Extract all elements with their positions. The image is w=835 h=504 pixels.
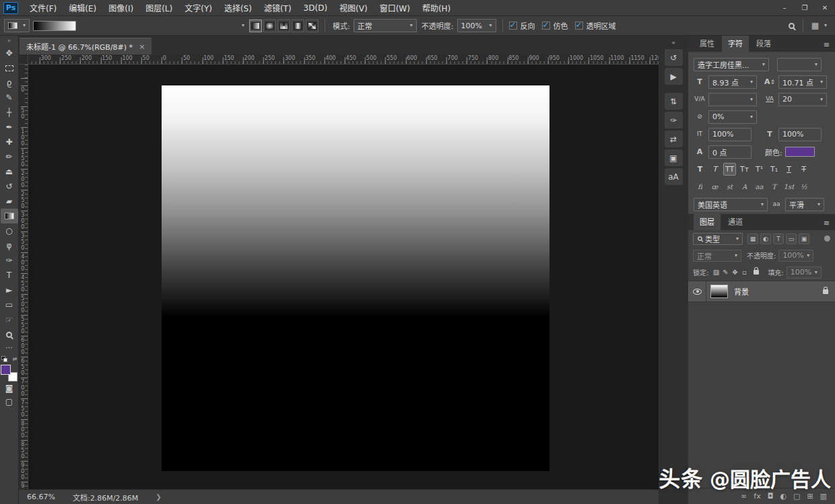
filter-smart-objects-icon[interactable]: ▣ [799, 233, 809, 244]
menu-item-view[interactable]: 视图(V) [333, 0, 374, 15]
faux-italic-button[interactable]: T [708, 163, 721, 176]
discretionary-ligatures-button[interactable]: œ [708, 181, 721, 192]
screen-mode-button[interactable]: ▢ [5, 395, 13, 408]
tab-layers[interactable]: 图层 [694, 213, 721, 230]
filter-adjustment-layers-icon[interactable]: ◐ [760, 233, 771, 244]
dither-checkbox[interactable]: 仿色 [542, 20, 568, 31]
underline-button[interactable]: T [782, 163, 795, 176]
menu-item-select[interactable]: 选择(S) [218, 0, 258, 15]
vertical-ruler[interactable]: 0501001502002503003504004505005506006507… [19, 65, 28, 489]
canvas[interactable] [162, 85, 549, 471]
menu-item-help[interactable]: 帮助(H) [416, 0, 457, 15]
gradient-tool[interactable] [1, 209, 18, 223]
st-ligatures-button[interactable]: st [723, 181, 736, 192]
dodge-tool[interactable]: φ [1, 238, 18, 253]
document-tab[interactable]: 未标题-1 @ 66.7%(RGB/8#) * × [20, 38, 152, 55]
text-color-swatch[interactable] [785, 147, 815, 157]
tab-paragraph[interactable]: 段落 [750, 35, 777, 52]
layer-filter-toggle[interactable] [824, 236, 830, 242]
path-selection-tool[interactable]: ► [1, 283, 18, 297]
history-brush-tool[interactable]: ↺ [1, 179, 18, 194]
zoom-tool[interactable] [1, 327, 18, 342]
quick-selection-tool[interactable]: ✎ [1, 90, 18, 105]
tracking-select[interactable]: 20 ▾ [778, 93, 827, 106]
layer-filter-select[interactable]: 类型 ▾ [693, 233, 743, 245]
proportional-spacing-select[interactable]: 0% ▾ [708, 110, 757, 124]
layer-group-icon[interactable]: ▢ [793, 492, 800, 501]
clone-stamp-tool[interactable]: ⏏ [1, 164, 18, 179]
default-colors-icon[interactable] [1, 356, 7, 362]
transparency-checkbox[interactable]: 透明区域 [575, 20, 616, 31]
lock-artboard-icon[interactable]: ▫ [739, 268, 749, 276]
dock-expand-icon[interactable]: « [671, 38, 675, 47]
baseline-shift-input[interactable]: 0 点 [708, 145, 752, 159]
strikethrough-button[interactable]: T [797, 163, 810, 176]
toolbar-collapse-icon[interactable]: » [7, 36, 11, 46]
standard-ligatures-button[interactable]: fi [694, 181, 706, 192]
glyphs-panel-icon[interactable]: aA [665, 168, 683, 185]
tool-preset-picker[interactable]: ▾ [4, 19, 30, 32]
font-style-select[interactable]: ▾ [777, 58, 822, 71]
lasso-tool[interactable]: ϱ [1, 75, 18, 90]
edit-toolbar-icon[interactable]: ⋯ [5, 342, 13, 353]
tab-channels[interactable]: 通道 [722, 213, 749, 230]
type-tool[interactable]: T [1, 268, 18, 283]
link-layers-icon[interactable]: ∞ [741, 492, 747, 501]
rectangular-marquee-tool[interactable] [1, 61, 18, 75]
font-size-select[interactable]: 8.93 点 ▾ [708, 75, 757, 89]
menu-item-image[interactable]: 图像(I) [102, 0, 139, 15]
minimize-button[interactable]: – [774, 0, 795, 15]
blend-mode-select[interactable]: 正常 ▾ [354, 19, 417, 32]
menu-item-3d[interactable]: 3D(D) [298, 0, 333, 15]
rectangle-tool[interactable]: ▭ [1, 297, 18, 312]
ruler-origin-corner[interactable] [19, 55, 28, 65]
ordinals-button[interactable]: 1st [782, 181, 795, 192]
menu-item-edit[interactable]: 编辑(E) [63, 0, 102, 15]
opacity-select[interactable]: 100% ▾ [457, 19, 496, 32]
anti-alias-select[interactable]: 平滑 ▾ [785, 198, 824, 211]
workspace-switcher-icon[interactable]: ▦ [811, 21, 819, 30]
blur-tool[interactable]: ○ [1, 223, 18, 238]
tab-close-icon[interactable]: × [139, 42, 145, 51]
layer-fill-select[interactable]: 100% ▾ [787, 266, 822, 279]
move-tool[interactable]: ✥ [1, 46, 18, 61]
reflected-gradient-button[interactable] [292, 20, 304, 32]
layer-effects-icon[interactable]: fx [754, 492, 760, 501]
3d-panel-icon[interactable]: ▣ [665, 149, 683, 166]
layer-opacity-select[interactable]: 100% ▾ [778, 250, 813, 262]
layer-blend-mode-select[interactable]: 正常 ▾ [693, 250, 741, 262]
quick-mask-button[interactable]: ◙ [5, 382, 13, 395]
filter-type-layers-icon[interactable]: T [773, 233, 784, 244]
history-panel-icon[interactable]: ↺ [665, 49, 683, 66]
delete-layer-icon[interactable]: ▥ [820, 492, 827, 501]
search-icon[interactable] [789, 23, 795, 29]
eyedropper-tool[interactable]: ✒ [1, 120, 18, 135]
zoom-level-field[interactable]: 66.67% [27, 493, 55, 501]
stylistic-alternates-button[interactable]: aa [753, 181, 766, 192]
pen-tool[interactable]: ✑ [1, 253, 18, 268]
vertical-scale-input[interactable]: 100% [708, 128, 752, 141]
fractions-button[interactable]: ½ [797, 181, 810, 192]
radial-gradient-button[interactable] [263, 20, 276, 32]
brush-tool[interactable]: ✏ [1, 149, 18, 164]
filter-pixel-layers-icon[interactable]: ▦ [747, 233, 758, 244]
filter-shape-layers-icon[interactable]: ▭ [786, 233, 797, 244]
spot-healing-brush-tool[interactable]: ✚ [1, 135, 18, 149]
faux-bold-button[interactable]: T [694, 163, 706, 176]
lock-position-icon[interactable]: ✥ [730, 268, 739, 276]
layer-row[interactable]: 背景 [688, 281, 835, 302]
actions-panel-icon[interactable]: ▶ [665, 68, 683, 85]
layer-visibility-cell[interactable] [688, 281, 706, 301]
panel-menu-icon[interactable]: ≡ [824, 40, 830, 49]
linear-gradient-button[interactable] [249, 20, 262, 32]
reverse-checkbox[interactable]: 反向 [509, 20, 535, 31]
menu-item-window[interactable]: 窗口(W) [374, 0, 416, 15]
swash-button[interactable]: A [738, 181, 751, 192]
hand-tool[interactable]: ☞ [1, 312, 18, 327]
adjustment-layer-icon[interactable]: ◐ [780, 492, 787, 501]
menu-item-layer[interactable]: 图层(L) [139, 0, 178, 15]
tab-character[interactable]: 字符 [722, 35, 749, 52]
superscript-button[interactable]: T¹ [753, 163, 766, 176]
paragraph-styles-panel-icon[interactable]: ⇄ [665, 131, 683, 147]
layer-thumbnail[interactable] [710, 285, 728, 298]
